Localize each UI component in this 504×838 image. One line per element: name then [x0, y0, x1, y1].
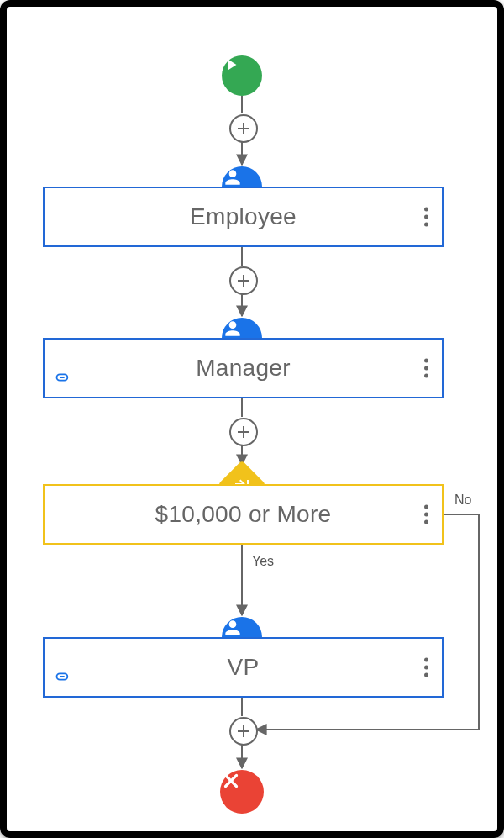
vp-node[interactable]: VP [43, 637, 444, 698]
add-step-button-2[interactable] [229, 266, 258, 295]
end-node[interactable] [220, 770, 264, 814]
workflow-canvas[interactable]: Employee Manager $10,000 or More Yes No … [0, 0, 504, 838]
decision-node[interactable]: $10,000 or More [43, 484, 444, 545]
decision-menu-button[interactable] [424, 505, 428, 524]
person-icon [222, 166, 244, 188]
add-step-button-1[interactable] [229, 114, 258, 143]
manager-menu-button[interactable] [424, 359, 428, 378]
add-step-button-4[interactable] [229, 717, 258, 746]
start-node[interactable] [222, 55, 262, 96]
play-icon [222, 55, 240, 74]
employee-label: Employee [190, 203, 297, 230]
person-icon [222, 617, 244, 639]
decision-label: $10,000 or More [155, 501, 332, 528]
vp-label: VP [228, 654, 260, 681]
vp-menu-button[interactable] [424, 658, 428, 677]
manager-label: Manager [196, 355, 291, 382]
employee-node[interactable]: Employee [43, 187, 444, 247]
add-step-button-3[interactable] [229, 418, 258, 446]
manager-node[interactable]: Manager [43, 338, 444, 398]
employee-menu-button[interactable] [424, 208, 428, 227]
branch-yes-label: Yes [252, 554, 274, 569]
branch-no-label: No [454, 493, 471, 508]
person-icon [222, 318, 244, 340]
close-icon [220, 770, 242, 792]
